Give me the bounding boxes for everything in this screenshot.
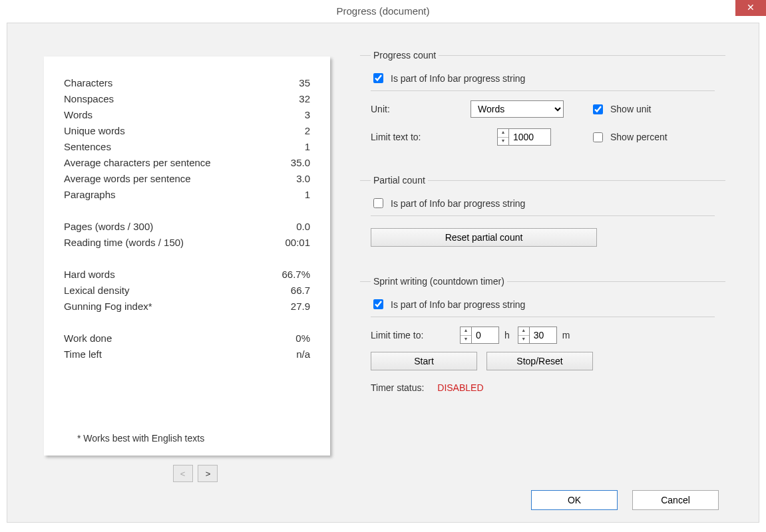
stat-row: Lexical density66.7 xyxy=(64,283,310,299)
stats-footnote: * Works best with English texts xyxy=(77,433,204,444)
pager-prev-button[interactable]: < xyxy=(173,465,193,482)
spinner-up-icon[interactable]: ▲ xyxy=(461,327,471,336)
progress-count-group: Progress count Is part of Info bar progr… xyxy=(360,50,725,156)
progress-is-part-checkbox[interactable] xyxy=(373,73,383,83)
progress-count-legend: Progress count xyxy=(371,50,439,61)
show-percent-checkbox[interactable] xyxy=(593,132,603,142)
limit-text-input[interactable] xyxy=(509,129,550,145)
sprint-legend: Sprint writing (countdown timer) xyxy=(371,276,507,287)
stat-row: Paragraphs1 xyxy=(64,187,310,203)
close-button[interactable]: ✕ xyxy=(735,0,766,16)
ok-button[interactable]: OK xyxy=(531,490,618,510)
limit-text-label: Limit text to: xyxy=(371,132,471,142)
stat-row: Characters35 xyxy=(64,75,310,91)
pager-next-button[interactable]: > xyxy=(198,465,218,482)
stat-row: Work done0% xyxy=(64,331,310,346)
stop-reset-button[interactable]: Stop/Reset xyxy=(486,352,593,370)
spinner-down-icon[interactable]: ▼ xyxy=(461,336,471,344)
close-icon: ✕ xyxy=(747,2,755,13)
dialog-panel: Characters35 Nonspaces32 Words3 Unique w… xyxy=(7,23,759,523)
stat-row: Average words per sentence3.0 xyxy=(64,171,310,187)
show-unit-label: Show unit xyxy=(610,104,651,114)
hours-suffix: h xyxy=(504,330,510,340)
spinner-up-icon[interactable]: ▲ xyxy=(498,129,508,138)
stat-row: Time leftn/a xyxy=(64,346,310,362)
window-title: Progress (document) xyxy=(336,5,429,17)
timer-status-value: DISABLED xyxy=(437,382,483,393)
stat-row: Sentences1 xyxy=(64,139,310,155)
sprint-is-part-label: Is part of Info bar progress string xyxy=(391,299,525,310)
stat-row: Unique words2 xyxy=(64,123,310,139)
limit-time-label: Limit time to: xyxy=(371,330,457,340)
spinner-up-icon[interactable]: ▲ xyxy=(518,327,529,336)
titlebar: Progress (document) ✕ xyxy=(0,0,766,23)
stat-row: Hard words66.7% xyxy=(64,267,310,283)
spinner-down-icon[interactable]: ▼ xyxy=(518,336,529,344)
minutes-spinner[interactable]: ▲▼ xyxy=(518,327,557,344)
stat-row: Reading time (words / 150)00:01 xyxy=(64,235,310,251)
partial-count-group: Partial count Is part of Info bar progre… xyxy=(360,175,725,257)
start-button[interactable]: Start xyxy=(371,352,477,370)
stat-row: Pages (words / 300)0.0 xyxy=(64,219,310,235)
stats-block-2: Pages (words / 300)0.0 Reading time (wor… xyxy=(64,219,310,251)
partial-is-part-label: Is part of Info bar progress string xyxy=(391,198,525,209)
unit-label: Unit: xyxy=(371,104,471,114)
minutes-suffix: m xyxy=(562,330,570,340)
stat-row: Nonspaces32 xyxy=(64,91,310,107)
stat-row: Average characters per sentence35.0 xyxy=(64,155,310,171)
cancel-button[interactable]: Cancel xyxy=(632,490,719,510)
partial-is-part-checkbox[interactable] xyxy=(373,198,383,208)
spinner-down-icon[interactable]: ▼ xyxy=(498,138,508,146)
stats-card: Characters35 Nonspaces32 Words3 Unique w… xyxy=(44,57,330,456)
show-percent-label: Show percent xyxy=(610,132,668,142)
timer-status-label: Timer status: xyxy=(371,382,424,393)
hours-spinner[interactable]: ▲▼ xyxy=(460,327,499,344)
stats-block-3: Hard words66.7% Lexical density66.7 Gunn… xyxy=(64,267,310,315)
minutes-input[interactable] xyxy=(530,327,556,343)
sprint-group: Sprint writing (countdown timer) Is part… xyxy=(360,276,725,404)
dialog-buttons: OK Cancel xyxy=(531,490,719,510)
stats-block-4: Work done0% Time leftn/a xyxy=(64,331,310,362)
show-unit-checkbox[interactable] xyxy=(593,104,603,114)
stat-row: Gunning Fog index*27.9 xyxy=(64,299,310,315)
partial-count-legend: Partial count xyxy=(371,175,428,186)
hours-input[interactable] xyxy=(472,327,498,343)
reset-partial-button[interactable]: Reset partial count xyxy=(371,228,597,247)
sprint-is-part-checkbox[interactable] xyxy=(373,299,383,309)
progress-is-part-label: Is part of Info bar progress string xyxy=(391,73,525,84)
stat-row: Words3 xyxy=(64,107,310,123)
unit-select[interactable]: Words xyxy=(471,100,564,118)
stats-block-1: Characters35 Nonspaces32 Words3 Unique w… xyxy=(64,75,310,203)
limit-text-spinner[interactable]: ▲▼ xyxy=(497,128,551,146)
stats-pager: < > xyxy=(44,465,347,482)
